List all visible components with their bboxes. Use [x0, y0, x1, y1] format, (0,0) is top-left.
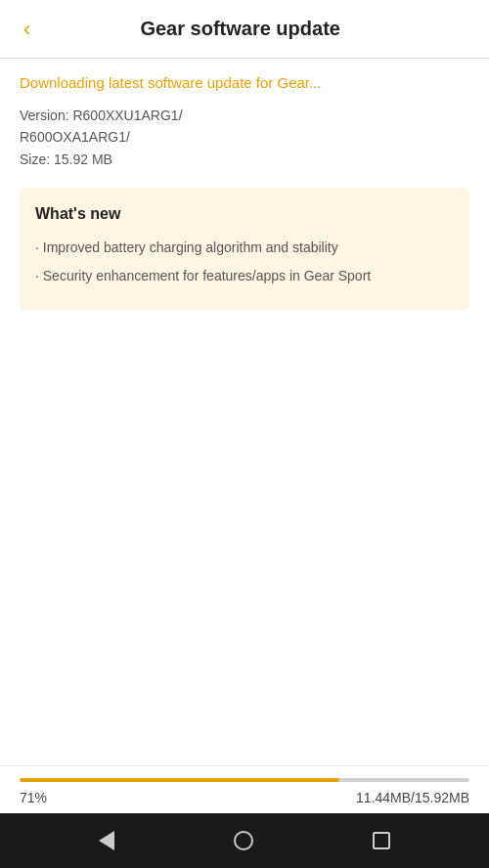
whats-new-box: What's new · Improved battery charging a… [20, 188, 469, 310]
progress-size: 11.44MB/15.92MB [356, 790, 469, 805]
whats-new-title: What's new [35, 205, 454, 223]
header: ‹ Gear software update [0, 0, 489, 59]
whats-new-item-1: · Improved battery charging algorithm an… [35, 237, 454, 258]
version-line1: Version: R600XXU1ARG1/ [20, 108, 183, 123]
back-button[interactable]: ‹ [16, 9, 38, 50]
progress-bar-track [20, 778, 469, 782]
nav-home-icon[interactable] [234, 831, 253, 850]
progress-percent: 71% [20, 790, 47, 805]
main-content: Downloading latest software update for G… [0, 59, 489, 765]
version-line2: R600OXA1ARG1/ [20, 129, 130, 145]
nav-recents-icon[interactable] [373, 832, 390, 849]
size-label: Size: 15.92 MB [20, 152, 112, 167]
page-title: Gear software update [46, 18, 434, 40]
progress-bar-fill [20, 778, 339, 782]
progress-area: 71% 11.44MB/15.92MB [0, 765, 489, 813]
download-status-text: Downloading latest software update for G… [20, 74, 469, 91]
progress-labels: 71% 11.44MB/15.92MB [20, 790, 469, 805]
android-nav-bar [0, 813, 489, 868]
whats-new-item-2: · Security enhancement for features/apps… [35, 265, 454, 286]
version-info: Version: R600XXU1ARG1/ R600OXA1ARG1/ Siz… [20, 105, 469, 170]
nav-back-icon[interactable] [99, 831, 114, 850]
